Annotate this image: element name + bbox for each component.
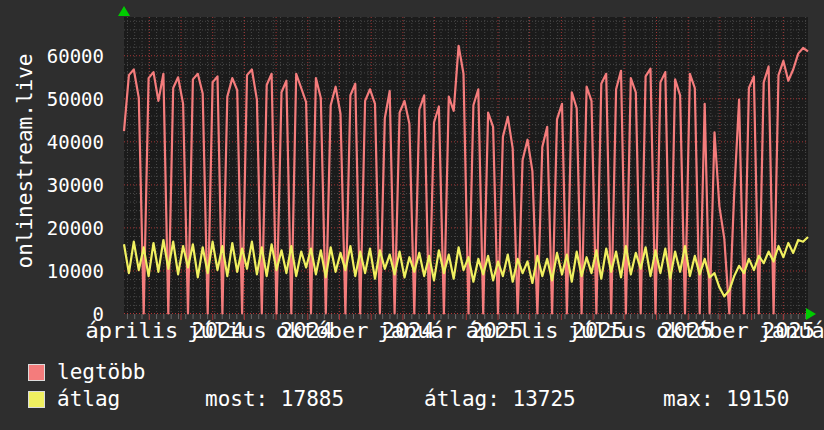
legend-label-legtobb: legtöbb — [57, 361, 146, 383]
stat-atlag: átlag: 13725 — [424, 388, 576, 410]
y-tick-label: 50000 — [34, 88, 104, 110]
legend-label-atlag: átlag — [57, 388, 120, 410]
plot-area — [124, 17, 808, 314]
graph-window: onlinestream.live 0100002000030000400005… — [0, 0, 824, 430]
y-tick-label: 60000 — [34, 45, 104, 67]
y-tick-label: 30000 — [34, 174, 104, 196]
y-tick-label: 40000 — [34, 131, 104, 153]
y-tick-label: 10000 — [34, 260, 104, 282]
y-axis-arrow-icon — [118, 6, 130, 16]
x-tick-label: január 2026 — [758, 320, 824, 342]
stat-max: max: 19150 — [663, 388, 789, 410]
stat-most: most: 17885 — [205, 388, 344, 410]
legend-swatch-atlag — [28, 391, 45, 408]
y-tick-label: 20000 — [34, 217, 104, 239]
legend-swatch-legtobb — [28, 364, 45, 381]
y-axis-title: onlinestream.live — [13, 46, 37, 276]
chart-canvas — [124, 17, 808, 322]
